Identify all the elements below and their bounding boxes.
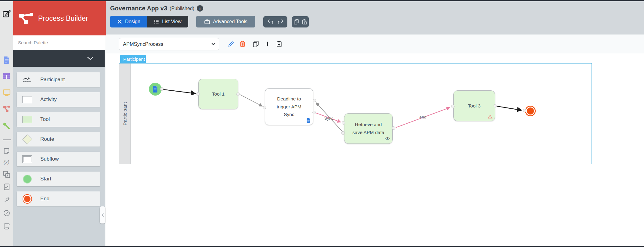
node-label: Deadline to trigger APM Sync [271, 95, 307, 118]
main-area: Governance App v3 (Published) Design Lis… [106, 1, 644, 246]
diagram-canvas[interactable]: Sync end Participant Participant Tool 1 … [106, 53, 644, 246]
connection-port[interactable] [341, 131, 345, 135]
connection-port[interactable] [312, 111, 316, 114]
redo-button[interactable] [277, 19, 284, 25]
copy-button[interactable] [293, 19, 299, 25]
connection-port[interactable] [196, 92, 200, 96]
connection-port[interactable] [313, 99, 316, 102]
end-circle-icon [21, 194, 33, 204]
node-deadline[interactable]: Deadline to trigger APM Sync [265, 88, 313, 125]
process-select-wrap: APMSyncProcess [119, 38, 219, 50]
pool-tab-label: Participant [123, 56, 145, 62]
rail-divider [3, 140, 11, 140]
process-builder-app: {x} Process Builder [0, 0, 644, 247]
edge-tool3-end[interactable] [497, 106, 522, 110]
copy-icon [293, 19, 299, 25]
palette-item-route[interactable]: Route [17, 132, 100, 147]
list-icon [154, 19, 159, 24]
connection-port[interactable] [451, 105, 455, 108]
chevron-left-icon [101, 213, 104, 217]
copy-icon [253, 41, 259, 47]
paste-icon [302, 19, 307, 25]
script-icon[interactable] [3, 223, 10, 230]
palette-item-list: Participant Activity Tool Route Subflow … [13, 72, 105, 211]
edge-label-end: end [419, 115, 426, 119]
document-icon [307, 118, 311, 123]
palette-item-label: Route [40, 136, 54, 142]
connection-port[interactable] [392, 126, 395, 130]
pencil-icon [228, 41, 234, 47]
flowchart-icon[interactable] [3, 105, 10, 112]
connection-port[interactable] [236, 93, 240, 96]
palette-item-label: Start [40, 176, 51, 182]
palette-item-end[interactable]: End [17, 191, 100, 206]
monitor-icon[interactable] [3, 89, 11, 96]
compose-icon[interactable] [2, 9, 11, 18]
palette-item-tool[interactable]: Tool [17, 112, 100, 127]
connection-port[interactable] [494, 104, 497, 107]
translate-icon[interactable] [3, 171, 10, 178]
paste-button[interactable] [302, 19, 307, 25]
palette-item-subflow[interactable]: Subflow [17, 152, 100, 166]
start-event-node[interactable] [149, 83, 162, 96]
edge-tool1-deadline[interactable] [240, 95, 262, 106]
connection-port[interactable] [263, 106, 266, 109]
process-builder-logo-icon [19, 13, 34, 24]
edge-layer: Sync end [106, 53, 644, 246]
palette-item-start[interactable]: Start [17, 172, 100, 186]
node-tool-1[interactable]: Tool 1 [198, 79, 238, 109]
clipboard-plus-icon [276, 41, 282, 47]
code-icon: </> [385, 136, 390, 142]
variables-icon[interactable]: {x} [4, 160, 9, 165]
node-label: Retrieve and save APM data [351, 121, 386, 136]
node-tool-3[interactable]: Tool 3 [453, 90, 495, 121]
edge-label-sync: Sync [324, 116, 333, 121]
connection-port[interactable] [342, 121, 345, 125]
node-retrieve-apm[interactable]: Retrieve and save APM data </> [344, 113, 393, 144]
document-icon[interactable] [3, 56, 10, 64]
plug-icon[interactable] [3, 196, 10, 204]
process-select[interactable]: APMSyncProcess [119, 38, 219, 50]
palette-search-row [13, 35, 105, 50]
trash-icon [239, 41, 246, 47]
add-process-button[interactable] [264, 41, 271, 47]
copy-process-button[interactable] [253, 41, 259, 47]
delete-process-button[interactable] [239, 41, 246, 47]
brand-name: Process Builder [38, 14, 88, 23]
plus-icon [264, 41, 271, 47]
undo-button[interactable] [267, 19, 274, 25]
publish-status: (Published) [170, 6, 194, 11]
edge-start-tool1[interactable] [163, 89, 196, 94]
tab-design[interactable]: Design [110, 16, 147, 27]
report-icon[interactable] [3, 183, 10, 191]
tab-label: Design [125, 19, 140, 24]
undo-redo-group [263, 16, 287, 27]
edit-process-button[interactable] [228, 41, 234, 47]
end-event-node[interactable] [525, 106, 536, 116]
connection-port[interactable] [523, 109, 526, 112]
palette-item-participant[interactable]: Participant [17, 72, 100, 87]
palette-category-header[interactable] [13, 50, 105, 67]
start-circle-icon [21, 175, 33, 183]
key-icon[interactable] [2, 122, 11, 130]
warning-icon [487, 114, 493, 119]
tab-label: List View [162, 19, 182, 24]
palette-collapse-handle[interactable] [100, 206, 105, 223]
paste-process-button[interactable] [276, 41, 282, 47]
route-diamond-icon [21, 136, 33, 143]
swimlane-icon [21, 77, 33, 83]
tab-list-view[interactable]: List View [147, 16, 188, 27]
view-toolbar: Design List View Advanced Tools [110, 16, 644, 27]
gauge-icon[interactable] [3, 209, 10, 217]
palette-search-input[interactable] [17, 40, 101, 45]
process-selector-row: APMSyncProcess [106, 35, 644, 53]
connection-port[interactable] [160, 87, 164, 91]
advanced-tools-button[interactable]: Advanced Tools [196, 16, 255, 27]
palette-item-activity[interactable]: Activity [17, 92, 100, 107]
table-icon[interactable] [3, 72, 10, 80]
info-icon[interactable] [197, 5, 203, 12]
pool-tab[interactable]: Participant [120, 55, 146, 63]
note-icon[interactable] [3, 147, 10, 154]
document-icon [153, 86, 158, 93]
left-icon-rail: {x} [0, 1, 13, 246]
